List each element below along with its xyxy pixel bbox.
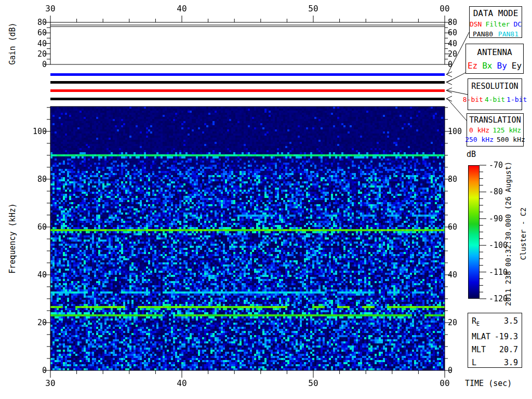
tick-label: 20 bbox=[448, 318, 457, 326]
data-mode-box: DATA MODE DSN Filter DC PAN80 PAN81 bbox=[469, 6, 522, 38]
tick-label: 40 bbox=[37, 39, 47, 47]
translation-option-125khz: 125 kHz bbox=[493, 126, 521, 134]
spacecraft-annotation: Cluster - C2 bbox=[520, 207, 527, 260]
antenna-status-bar bbox=[50, 81, 445, 84]
ephemeris-row-mlt: MLT 20.7 bbox=[468, 343, 522, 356]
data-mode-status-bar bbox=[50, 73, 445, 76]
tick-label: -70 bbox=[489, 162, 503, 169]
antenna-option-ey: Ey bbox=[512, 61, 522, 71]
antenna-option-bx: Bx bbox=[482, 61, 492, 71]
tick-label: -90 bbox=[489, 215, 503, 222]
resolution-options-row: 8-bit 4-bit 1-bit bbox=[468, 96, 522, 103]
tick-label: 40 bbox=[177, 379, 187, 388]
antenna-title: ANTENNA bbox=[466, 47, 523, 57]
tick-label: 60 bbox=[37, 29, 47, 37]
tick-label: 0 bbox=[448, 61, 453, 69]
ephemeris-value: -19.3 bbox=[495, 330, 518, 343]
tick-label: 40 bbox=[448, 39, 457, 47]
ephemeris-label: MLT bbox=[472, 343, 486, 356]
tick-label: 60 bbox=[448, 223, 457, 231]
tick-label: 40 bbox=[177, 5, 187, 13]
tick-label: 60 bbox=[448, 29, 457, 37]
ephemeris-label: MLAT bbox=[472, 330, 490, 343]
time-axis-title: TIME (sec) bbox=[465, 379, 512, 388]
data-mode-option-pan80: PAN80 bbox=[473, 30, 493, 38]
translation-title: TRANSLATION bbox=[467, 115, 523, 125]
ephemeris-row-l: L 3.9 bbox=[468, 356, 522, 369]
tick-label: -120 bbox=[489, 295, 508, 303]
resolution-option-4bit: 4-bit bbox=[485, 96, 505, 103]
tick-label: 40 bbox=[448, 271, 457, 278]
tick-label: 80 bbox=[37, 175, 47, 183]
tick-label: -110 bbox=[489, 268, 508, 276]
tick-label: 30 bbox=[45, 5, 55, 13]
translation-row-2: 250 kHz 500 kHz bbox=[467, 136, 523, 143]
tick-label: 80 bbox=[448, 19, 457, 26]
ephemeris-label: RE bbox=[472, 315, 480, 330]
data-mode-option-filter: Filter bbox=[485, 20, 510, 28]
tick-label: 0 bbox=[42, 61, 47, 69]
tick-label: 0 bbox=[448, 367, 453, 375]
tick-label: 100 bbox=[33, 127, 47, 135]
tick-label: 50 bbox=[308, 5, 318, 13]
resolution-option-1bit: 1-bit bbox=[507, 96, 527, 103]
ephemeris-row-mlat: MLAT -19.3 bbox=[468, 330, 522, 343]
data-mode-option-dc: DC bbox=[513, 20, 522, 28]
resolution-box: RESOLUTION 8-bit 4-bit 1-bit bbox=[468, 78, 522, 110]
tick-label: 20 bbox=[37, 50, 47, 58]
ephemeris-row-re: RE 3.5 bbox=[468, 315, 522, 330]
colorbar-units-label: dB bbox=[467, 150, 476, 159]
ephemeris-box: RE 3.5 MLAT -19.3 MLT 20.7 L 3.9 bbox=[468, 313, 522, 368]
resolution-title: RESOLUTION bbox=[468, 82, 522, 91]
data-mode-option-pan81: PAN81 bbox=[498, 30, 518, 38]
ephemeris-value: 3.5 bbox=[504, 315, 518, 330]
tick-label: 60 bbox=[37, 223, 47, 231]
wbd-spectrogram-display: Gain (dB) Frequency (kHz) 2011 238 00:32… bbox=[0, 0, 532, 399]
tick-label: 50 bbox=[308, 379, 318, 388]
translation-status-bar bbox=[50, 98, 445, 100]
antenna-box: ANTENNA Ez Bx By Ey bbox=[466, 44, 524, 74]
antenna-option-by: By bbox=[497, 61, 507, 71]
tick-label: 00 bbox=[440, 5, 449, 13]
translation-option-500khz: 500 kHz bbox=[497, 136, 525, 143]
ephemeris-value: 20.7 bbox=[499, 343, 518, 356]
tick-label: 20 bbox=[37, 318, 47, 326]
tick-label: 80 bbox=[448, 175, 457, 183]
frequency-axis-title: Frequency (kHz) bbox=[9, 203, 17, 273]
translation-option-250khz: 250 kHz bbox=[465, 136, 494, 143]
resolution-status-bar bbox=[50, 89, 445, 92]
antenna-options-row: Ez Bx By Ey bbox=[466, 61, 523, 71]
tick-label: 40 bbox=[37, 271, 47, 278]
tick-label: 30 bbox=[45, 379, 55, 388]
ephemeris-value: 3.9 bbox=[504, 356, 518, 369]
translation-box: TRANSLATION 0 kHz 125 kHz 250 kHz 500 kH… bbox=[467, 113, 524, 147]
tick-label: 80 bbox=[37, 19, 47, 26]
translation-option-0khz: 0 kHz bbox=[469, 126, 489, 134]
data-mode-row-2: PAN80 PAN81 bbox=[470, 30, 522, 38]
tick-label: 20 bbox=[448, 50, 457, 58]
tick-label: -80 bbox=[489, 188, 503, 196]
tick-label: -100 bbox=[489, 242, 508, 249]
gain-axis-title: Gain (dB) bbox=[9, 22, 17, 64]
data-mode-title: DATA MODE bbox=[470, 8, 522, 18]
colorbar bbox=[468, 165, 480, 299]
ephemeris-label: L bbox=[472, 356, 476, 369]
tick-label: 0 bbox=[42, 367, 47, 375]
resolution-option-8bit: 8-bit bbox=[463, 96, 483, 103]
data-mode-option-dsn: DSN bbox=[470, 20, 482, 28]
tick-label: 00 bbox=[440, 379, 449, 388]
tick-label: 100 bbox=[448, 127, 462, 135]
translation-row-1: 0 kHz 125 kHz bbox=[467, 126, 523, 134]
spectrogram-canvas bbox=[50, 107, 445, 370]
antenna-option-ez: Ez bbox=[468, 61, 477, 71]
datetime-annotation: 2011 238 00:32:30.000 (26 August) bbox=[504, 162, 512, 306]
data-mode-row-1: DSN Filter DC bbox=[470, 20, 522, 28]
